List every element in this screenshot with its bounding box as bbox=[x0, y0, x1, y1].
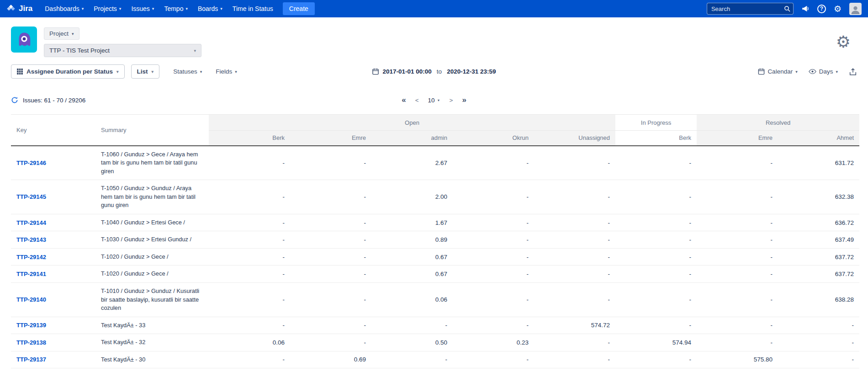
duration-cell: - bbox=[534, 334, 615, 351]
pagination-next-button[interactable]: > bbox=[449, 97, 453, 104]
chevron-down-icon: ▾ bbox=[116, 69, 119, 74]
column-header-key[interactable]: Key bbox=[11, 115, 95, 146]
chevron-down-icon: ▾ bbox=[194, 48, 196, 53]
duration-cell: 638.28 bbox=[778, 282, 859, 317]
duration-cell: - bbox=[778, 351, 859, 368]
issues-table-body: TTP-29146T-1060 / Gunduz > Gece / Araya … bbox=[11, 146, 859, 368]
duration-cell: - bbox=[697, 231, 778, 249]
duration-cell: - bbox=[371, 351, 453, 368]
issue-key-link[interactable]: TTP-29139 bbox=[16, 322, 46, 329]
select-arrow-icon: ▼ bbox=[437, 99, 440, 102]
help-icon[interactable]: ? bbox=[817, 5, 826, 13]
table-row: TTP-29145T-1050 / Gunduz > Gunduz / Aray… bbox=[11, 180, 859, 214]
table-row: TTP-29141T-1020 / Gunduz > Gece /--0.67-… bbox=[11, 266, 859, 283]
duration-cell: - bbox=[290, 146, 371, 180]
view-mode-dropdown[interactable]: List ▾ bbox=[131, 64, 160, 79]
issue-key-link[interactable]: TTP-29138 bbox=[16, 339, 46, 346]
nav-item-tempo[interactable]: Tempo▾ bbox=[159, 0, 193, 17]
duration-cell: - bbox=[290, 180, 371, 214]
issue-summary: T-1040 / Gunduz > Ertesi Gece / bbox=[95, 214, 209, 231]
duration-cell: - bbox=[778, 334, 859, 351]
issue-summary: T-1010 / Gunduz > Gunduz / Kusuratli bir… bbox=[95, 282, 209, 317]
duration-cell: - bbox=[615, 282, 697, 317]
issue-key-link[interactable]: TTP-29144 bbox=[16, 219, 46, 226]
assignee-header-open-admin: admin bbox=[371, 131, 453, 146]
duration-cell: - bbox=[290, 334, 371, 351]
statuses-dropdown[interactable]: Statuses ▾ bbox=[173, 68, 202, 75]
issue-key-cell: TTP-29144 bbox=[11, 214, 95, 231]
issue-key-cell: TTP-29142 bbox=[11, 248, 95, 266]
issue-key-link[interactable]: TTP-29146 bbox=[16, 159, 46, 166]
duration-cell: 0.50 bbox=[371, 334, 453, 351]
nav-item-time-in-status[interactable]: Time in Status bbox=[228, 0, 278, 17]
page-header: Project ▾ TTP - TIS Test Project ▾ ⚙ bbox=[0, 17, 868, 61]
quick-search bbox=[707, 3, 794, 15]
duration-cell: - bbox=[209, 248, 290, 266]
time-unit-dropdown[interactable]: Days ▾ bbox=[809, 68, 838, 75]
assignee-header-open-emre: Emre bbox=[290, 131, 371, 146]
nav-item-projects[interactable]: Projects▾ bbox=[89, 0, 126, 17]
duration-cell: - bbox=[453, 146, 534, 180]
duration-cell: - bbox=[209, 317, 290, 334]
refresh-icon[interactable] bbox=[11, 96, 18, 104]
issue-key-link[interactable]: TTP-29145 bbox=[16, 193, 46, 200]
duration-cell: - bbox=[697, 146, 778, 180]
report-toolbar: Assignee Duration per Status ▾ List ▾ St… bbox=[0, 61, 868, 86]
issue-key-link[interactable]: TTP-29143 bbox=[16, 236, 46, 243]
date-range-picker[interactable]: 2017-01-01 00:00 to 2020-12-31 23:59 bbox=[372, 68, 496, 75]
issue-summary: Test KaydÄ± - 32 bbox=[95, 334, 209, 351]
report-settings-gear-icon[interactable]: ⚙ bbox=[836, 34, 851, 50]
nav-item-boards[interactable]: Boards▾ bbox=[193, 0, 228, 17]
nav-item-dashboards[interactable]: Dashboards▾ bbox=[40, 0, 89, 17]
issue-key-cell: TTP-29137 bbox=[11, 351, 95, 368]
calendar-icon bbox=[372, 68, 379, 75]
duration-cell: 637.72 bbox=[778, 248, 859, 266]
report-table-container: Key Summary Open In Progress Resolved Be… bbox=[0, 108, 868, 368]
duration-cell: - bbox=[209, 266, 290, 283]
chevron-down-icon: ▾ bbox=[200, 69, 202, 74]
duration-cell: - bbox=[453, 282, 534, 317]
create-button[interactable]: Create bbox=[283, 2, 315, 15]
issue-key-link[interactable]: TTP-29137 bbox=[16, 356, 46, 363]
page-size-select[interactable]: 10 ▼ bbox=[428, 97, 440, 104]
table-row: TTP-29137Test KaydÄ± - 30-0.69----575.80… bbox=[11, 351, 859, 368]
fields-dropdown[interactable]: Fields ▾ bbox=[216, 68, 237, 75]
jira-logo[interactable]: Jira bbox=[6, 4, 32, 13]
issue-key-link[interactable]: TTP-29140 bbox=[16, 296, 46, 303]
duration-cell: - bbox=[534, 180, 615, 214]
project-scope-button[interactable]: Project ▾ bbox=[44, 27, 79, 40]
duration-cell: 575.80 bbox=[697, 351, 778, 368]
export-icon[interactable] bbox=[849, 68, 857, 76]
issue-key-cell: TTP-29138 bbox=[11, 334, 95, 351]
nav-item-issues[interactable]: Issues▾ bbox=[126, 0, 159, 17]
issue-key-cell: TTP-29140 bbox=[11, 282, 95, 317]
search-input[interactable] bbox=[707, 3, 794, 15]
pagination-last-button[interactable]: » bbox=[462, 96, 466, 105]
settings-gear-icon[interactable]: ⚙ bbox=[834, 5, 842, 13]
eye-icon bbox=[809, 69, 816, 74]
issue-key-cell: TTP-29146 bbox=[11, 146, 95, 180]
date-to: 2020-12-31 23:59 bbox=[447, 68, 496, 75]
duration-cell: - bbox=[534, 231, 615, 249]
report-type-dropdown[interactable]: Assignee Duration per Status ▾ bbox=[11, 64, 125, 79]
calendar-type-dropdown[interactable]: Calendar ▾ bbox=[758, 68, 797, 75]
status-group-open: Open bbox=[209, 115, 615, 131]
chevron-down-icon: ▾ bbox=[836, 69, 838, 74]
grid-icon bbox=[17, 69, 23, 74]
duration-cell: - bbox=[453, 180, 534, 214]
issue-key-link[interactable]: TTP-29141 bbox=[16, 271, 46, 277]
issue-key-link[interactable]: TTP-29142 bbox=[16, 254, 46, 260]
project-select[interactable]: TTP - TIS Test Project ▾ bbox=[44, 44, 201, 57]
duration-cell: - bbox=[453, 317, 534, 334]
top-navigation-bar: Jira Dashboards▾ Projects▾ Issues▾ Tempo… bbox=[0, 0, 868, 17]
announcements-icon[interactable] bbox=[801, 5, 810, 13]
duration-cell: 636.72 bbox=[778, 214, 859, 231]
chevron-down-icon: ▾ bbox=[220, 6, 222, 11]
column-header-summary[interactable]: Summary bbox=[95, 115, 209, 146]
pagination-first-button[interactable]: « bbox=[402, 96, 406, 105]
assignee-header-resolved-emre: Emre bbox=[697, 131, 778, 146]
chevron-down-icon: ▾ bbox=[82, 6, 84, 11]
table-row: TTP-29142T-1020 / Gunduz > Gece /--0.67-… bbox=[11, 248, 859, 266]
pagination-prev-button[interactable]: < bbox=[415, 97, 419, 104]
user-avatar[interactable] bbox=[849, 3, 862, 15]
